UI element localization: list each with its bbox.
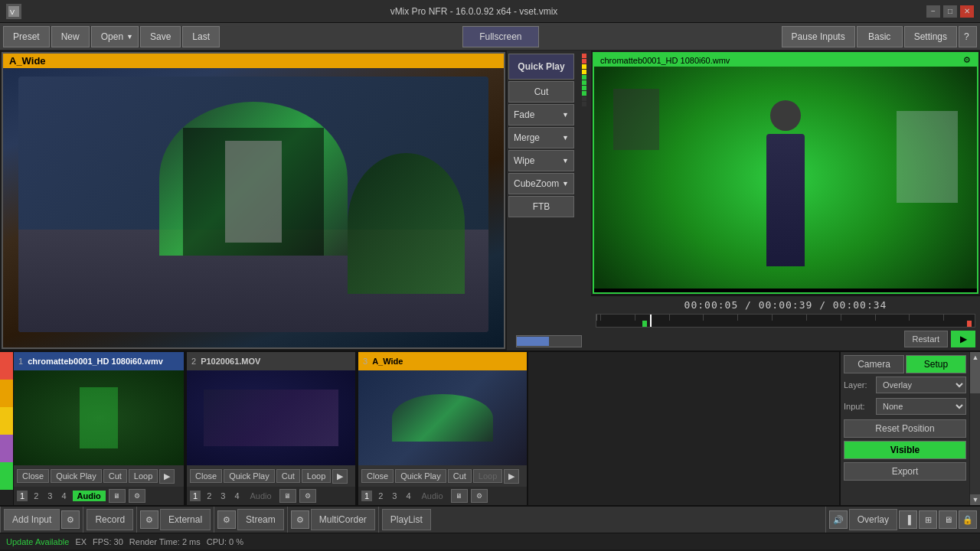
input-1-audio[interactable]: Audio [73, 491, 106, 501]
preset-button[interactable]: Preset [3, 26, 50, 47]
color-red [0, 352, 13, 380]
input-3-tabs: 1 2 3 4 Audio 🖥 ⚙ [358, 487, 527, 505]
bar-chart-icon[interactable]: ▐ [899, 510, 917, 529]
update-available-link[interactable]: Update Available [6, 537, 69, 546]
setup-tab[interactable]: Setup [906, 355, 966, 373]
fade-button[interactable]: Fade ▼ [508, 104, 574, 126]
last-button[interactable]: Last [182, 26, 220, 47]
input-1-monitor-icon[interactable]: 🖥 [109, 489, 126, 503]
cube-zoom-button[interactable]: CubeZoom ▼ [508, 173, 574, 194]
multicorder-gear-icon[interactable]: ⚙ [291, 510, 309, 529]
output-header: chromatteb0001_HD 1080i60.wmv ⚙ [594, 54, 977, 67]
input-3-cut[interactable]: Cut [448, 469, 472, 483]
preview-video[interactable]: A_Wide [2, 52, 505, 349]
input-2-preview[interactable] [187, 370, 355, 465]
input-1-close[interactable]: Close [17, 469, 49, 483]
input-3-preview[interactable] [358, 370, 527, 465]
input-1-cut[interactable]: Cut [103, 469, 127, 483]
input-3-tab-3[interactable]: 3 [389, 491, 400, 501]
save-button[interactable]: Save [140, 26, 181, 47]
settings-button[interactable]: Settings [904, 26, 957, 47]
input-1-tab-3[interactable]: 3 [44, 491, 55, 501]
scroll-up-button[interactable]: ▲ [970, 352, 980, 363]
lock-icon[interactable]: 🔒 [959, 510, 977, 529]
add-input-button[interactable]: Add Input [4, 509, 60, 530]
input-2-arrow[interactable]: ▶ [332, 469, 348, 484]
visible-button[interactable]: Visible [844, 441, 966, 459]
new-button[interactable]: New [51, 26, 90, 47]
input-2-tab-3[interactable]: 3 [217, 491, 228, 501]
input-1-tab-4[interactable]: 4 [58, 491, 69, 501]
fade-arrow: ▼ [562, 111, 569, 119]
add-input-gear-icon[interactable]: ⚙ [61, 510, 80, 529]
volume-icon[interactable]: 🔊 [829, 510, 848, 529]
color-orange [0, 380, 13, 407]
input-3-gear-icon[interactable]: ⚙ [471, 489, 488, 503]
output-settings-icon[interactable]: ⚙ [963, 55, 971, 65]
merge-button[interactable]: Merge ▼ [508, 127, 574, 148]
close-button[interactable]: ✕ [960, 5, 974, 18]
bottom-bar: Add Input ⚙ Record ⚙ External ⚙ Stream ⚙… [0, 505, 980, 533]
fullscreen-button[interactable]: Fullscreen [462, 26, 539, 47]
overlay-button[interactable]: Overlay [849, 509, 897, 530]
stream-gear-icon[interactable]: ⚙ [217, 510, 236, 529]
input-1-preview[interactable] [14, 370, 184, 465]
input-1-tab-2[interactable]: 2 [31, 491, 41, 501]
input-3-arrow[interactable]: ▶ [504, 469, 519, 484]
grid-icon[interactable]: ⊞ [919, 510, 937, 529]
open-button[interactable]: Open ▼ [91, 26, 139, 47]
minimize-button[interactable]: − [926, 5, 940, 18]
input-2-cut[interactable]: Cut [276, 469, 300, 483]
basic-button[interactable]: Basic [857, 26, 903, 47]
input-2-quick-play[interactable]: Quick Play [224, 469, 275, 483]
input-3-monitor-icon[interactable]: 🖥 [451, 489, 468, 503]
input-2-audio[interactable]: Audio [246, 491, 276, 501]
transition-slider[interactable] [516, 335, 582, 347]
playlist-button[interactable]: PlayList [382, 509, 431, 530]
export-button[interactable]: Export [844, 462, 966, 481]
timeline[interactable] [596, 314, 975, 328]
restart-button[interactable]: Restart [904, 331, 948, 347]
scroll-down-button[interactable]: ▼ [970, 494, 980, 505]
help-button[interactable]: ? [959, 26, 977, 47]
input-2-loop[interactable]: Loop [302, 469, 331, 483]
input-select[interactable]: None [876, 398, 966, 415]
input-2-gear-icon[interactable]: ⚙ [299, 489, 316, 503]
stream-button[interactable]: Stream [237, 509, 284, 530]
input-3-close[interactable]: Close [361, 469, 394, 483]
cpu-label: CPU: 0 % [207, 537, 243, 546]
input-3-tab-1[interactable]: 1 [361, 491, 372, 501]
input-2-close[interactable]: Close [190, 469, 222, 483]
ftb-button[interactable]: FTB [508, 196, 574, 217]
display-icon[interactable]: 🖥 [939, 510, 957, 529]
play-button[interactable]: ▶ [951, 331, 975, 347]
wipe-button[interactable]: Wipe ▼ [508, 150, 574, 171]
pause-inputs-button[interactable]: Pause Inputs [782, 26, 855, 47]
multicorder-button[interactable]: MultiCorder [311, 509, 375, 530]
input-2-monitor-icon[interactable]: 🖥 [279, 489, 296, 503]
input-3-tab-2[interactable]: 2 [375, 491, 386, 501]
input-1-tab-1[interactable]: 1 [17, 491, 28, 501]
input-2-tab-1[interactable]: 1 [190, 491, 201, 501]
reset-position-button[interactable]: Reset Position [844, 419, 966, 438]
input-3-quick-play[interactable]: Quick Play [395, 469, 446, 483]
maximize-button[interactable]: □ [943, 5, 957, 18]
input-1-loop[interactable]: Loop [129, 469, 158, 483]
camera-tab[interactable]: Camera [844, 355, 904, 373]
layer-select[interactable]: Overlay 1 2 [876, 377, 966, 393]
record-button[interactable]: Record [87, 509, 133, 530]
input-1-gear-icon[interactable]: ⚙ [129, 489, 145, 503]
quick-play-button[interactable]: Quick Play [508, 54, 574, 80]
vertical-scrollbar[interactable]: ▲ ▼ [969, 352, 980, 505]
input-1-quick-play[interactable]: Quick Play [51, 469, 102, 483]
input-1-arrow[interactable]: ▶ [159, 469, 175, 484]
input-3-loop[interactable]: Loop [473, 469, 502, 483]
external-button[interactable]: External [160, 509, 211, 530]
scroll-thumb[interactable] [970, 363, 980, 393]
input-3-audio[interactable]: Audio [417, 491, 448, 501]
cut-button[interactable]: Cut [508, 81, 574, 103]
external-gear-icon[interactable]: ⚙ [140, 510, 158, 529]
input-2-tab-2[interactable]: 2 [204, 491, 214, 501]
input-3-tab-4[interactable]: 4 [403, 491, 413, 501]
input-2-tab-4[interactable]: 4 [231, 491, 242, 501]
